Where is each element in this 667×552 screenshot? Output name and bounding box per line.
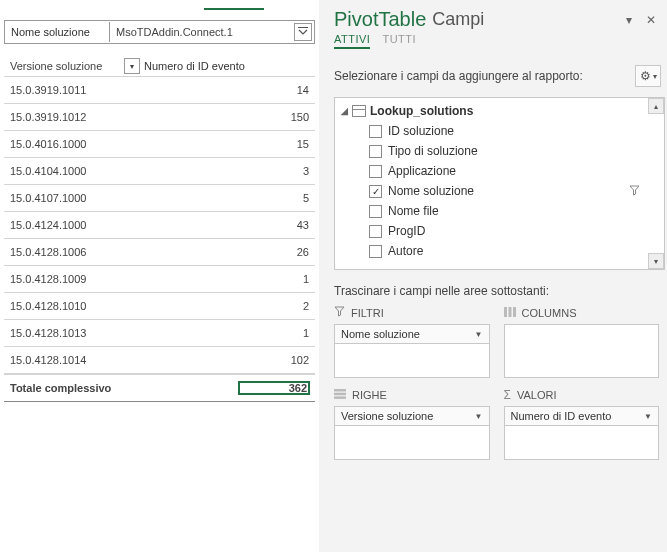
chevron-down-icon: ▼ bbox=[475, 330, 483, 339]
field-select-instruction: Selezionare i campi da aggiungere al rap… bbox=[334, 69, 629, 83]
field-label: ProgID bbox=[388, 224, 425, 238]
svg-rect-1 bbox=[504, 307, 507, 317]
field-item[interactable]: Nome file bbox=[341, 201, 660, 221]
filters-drop-zone[interactable]: FILTRI Nome soluzione ▼ bbox=[334, 306, 490, 378]
field-item[interactable]: Tipo di soluzione bbox=[341, 141, 660, 161]
row-version: 15.0.4124.1000 bbox=[10, 219, 239, 231]
layout-drop-zones: FILTRI Nome soluzione ▼ COLUMNS bbox=[334, 306, 665, 460]
drag-instruction: Trascinare i campi nelle aree sottostant… bbox=[334, 284, 665, 298]
field-checkbox[interactable]: ✓ bbox=[369, 185, 382, 198]
chevron-down-icon: ▼ bbox=[644, 412, 652, 421]
row-version: 15.0.4104.1000 bbox=[10, 165, 239, 177]
pivot-data-rows: 15.0.3919.10111415.0.3919.101215015.0.40… bbox=[4, 77, 315, 374]
pivot-data-row[interactable]: 15.0.3919.101114 bbox=[4, 77, 315, 104]
filter-dropdown-icon bbox=[298, 27, 308, 37]
row-version: 15.0.4128.1014 bbox=[10, 354, 239, 366]
funnel-icon bbox=[629, 185, 640, 198]
pane-options-dropdown-icon[interactable]: ▾ bbox=[621, 12, 637, 28]
pivot-body: Versione soluzione ▾ Numero di ID evento… bbox=[4, 54, 315, 402]
field-checkbox[interactable] bbox=[369, 165, 382, 178]
scroll-down-button[interactable]: ▾ bbox=[648, 253, 664, 269]
field-item[interactable]: ProgID bbox=[341, 221, 660, 241]
row-count: 102 bbox=[239, 354, 309, 366]
tab-all-fields[interactable]: TUTTI bbox=[382, 33, 416, 49]
grand-total-row: Totale complessivo 362 bbox=[4, 374, 315, 402]
field-checkbox[interactable] bbox=[369, 225, 382, 238]
values-zone-label: VALORI bbox=[517, 389, 557, 401]
row-version: 15.0.4016.1000 bbox=[10, 138, 239, 150]
pivot-data-row[interactable]: 15.0.4128.10102 bbox=[4, 293, 315, 320]
field-checkbox[interactable] bbox=[369, 145, 382, 158]
worksheet-tab-accent bbox=[204, 8, 264, 10]
report-filter-row: Nome soluzione MsoTDAddin.Connect.1 bbox=[4, 20, 315, 44]
values-drop-zone[interactable]: Σ VALORI Numero di ID evento ▼ bbox=[504, 388, 660, 460]
pivot-data-row[interactable]: 15.0.4104.10003 bbox=[4, 158, 315, 185]
field-list-tabs: ATTIVI TUTTI bbox=[334, 33, 665, 49]
row-count: 1 bbox=[239, 327, 309, 339]
pivot-data-row[interactable]: 15.0.4016.100015 bbox=[4, 131, 315, 158]
row-version: 15.0.4128.1006 bbox=[10, 246, 239, 258]
grand-total-label: Totale complessivo bbox=[10, 382, 239, 394]
field-label: Applicazione bbox=[388, 164, 456, 178]
scroll-up-button[interactable]: ▴ bbox=[648, 98, 664, 114]
report-filter-dropdown[interactable] bbox=[294, 23, 312, 41]
row-count: 3 bbox=[239, 165, 309, 177]
field-item[interactable]: Applicazione bbox=[341, 161, 660, 181]
report-filter-value: MsoTDAddin.Connect.1 bbox=[109, 22, 288, 42]
columns-icon bbox=[504, 306, 516, 320]
field-item[interactable]: ✓Nome soluzione bbox=[341, 181, 660, 201]
pivot-data-row[interactable]: 15.0.3919.1012150 bbox=[4, 104, 315, 131]
field-item[interactable]: ID soluzione bbox=[341, 121, 660, 141]
pivot-data-row[interactable]: 15.0.4107.10005 bbox=[4, 185, 315, 212]
row-version: 15.0.4128.1010 bbox=[10, 300, 239, 312]
row-version: 15.0.3919.1011 bbox=[10, 84, 239, 96]
svg-rect-3 bbox=[513, 307, 516, 317]
row-field-dropdown[interactable]: ▾ bbox=[124, 58, 140, 74]
row-count: 150 bbox=[239, 111, 309, 123]
tab-active-fields[interactable]: ATTIVI bbox=[334, 33, 370, 49]
row-count: 1 bbox=[239, 273, 309, 285]
field-item[interactable]: Autore bbox=[341, 241, 660, 261]
row-version: 15.0.3919.1012 bbox=[10, 111, 239, 123]
field-label: Nome file bbox=[388, 204, 439, 218]
field-label: Nome soluzione bbox=[388, 184, 474, 198]
svg-rect-4 bbox=[334, 389, 346, 392]
rows-icon bbox=[334, 388, 346, 402]
gear-icon: ⚙ bbox=[640, 69, 651, 83]
field-list-box: ▴ ◢ Lookup_solutions ID soluzioneTipo di… bbox=[334, 97, 665, 270]
columns-drop-zone[interactable]: COLUMNS bbox=[504, 306, 660, 378]
field-checkbox[interactable] bbox=[369, 125, 382, 138]
svg-rect-5 bbox=[334, 393, 346, 396]
field-checkbox[interactable] bbox=[369, 245, 382, 258]
svg-rect-6 bbox=[334, 396, 346, 399]
rows-zone-label: RIGHE bbox=[352, 389, 387, 401]
row-field-header: Versione soluzione bbox=[10, 60, 120, 72]
grand-total-value[interactable]: 362 bbox=[239, 382, 309, 394]
filters-zone-item[interactable]: Nome soluzione ▼ bbox=[334, 324, 490, 344]
pane-subtitle: Campi bbox=[432, 9, 484, 30]
field-label: Tipo di soluzione bbox=[388, 144, 478, 158]
field-checkbox[interactable] bbox=[369, 205, 382, 218]
close-icon[interactable]: ✕ bbox=[643, 12, 659, 28]
pivot-data-row[interactable]: 15.0.4128.10131 bbox=[4, 320, 315, 347]
pivot-table-area: Nome soluzione MsoTDAddin.Connect.1 Vers… bbox=[0, 0, 322, 552]
field-label: Autore bbox=[388, 244, 423, 258]
values-zone-item[interactable]: Numero di ID evento ▼ bbox=[504, 406, 660, 426]
funnel-icon bbox=[334, 306, 345, 320]
table-icon bbox=[352, 105, 366, 117]
pivot-data-row[interactable]: 15.0.4128.100626 bbox=[4, 239, 315, 266]
pivot-data-row[interactable]: 15.0.4128.1014102 bbox=[4, 347, 315, 374]
row-count: 26 bbox=[239, 246, 309, 258]
row-version: 15.0.4107.1000 bbox=[10, 192, 239, 204]
row-count: 2 bbox=[239, 300, 309, 312]
report-filter-field-label: Nome soluzione bbox=[5, 22, 105, 42]
sigma-icon: Σ bbox=[504, 388, 511, 402]
svg-rect-0 bbox=[298, 27, 308, 28]
field-list-layout-button[interactable]: ⚙ ▾ bbox=[635, 65, 661, 87]
rows-zone-item[interactable]: Versione soluzione ▼ bbox=[334, 406, 490, 426]
table-node[interactable]: ◢ Lookup_solutions bbox=[341, 104, 660, 121]
row-count: 15 bbox=[239, 138, 309, 150]
rows-drop-zone[interactable]: RIGHE Versione soluzione ▼ bbox=[334, 388, 490, 460]
pivot-data-row[interactable]: 15.0.4124.100043 bbox=[4, 212, 315, 239]
pivot-data-row[interactable]: 15.0.4128.10091 bbox=[4, 266, 315, 293]
